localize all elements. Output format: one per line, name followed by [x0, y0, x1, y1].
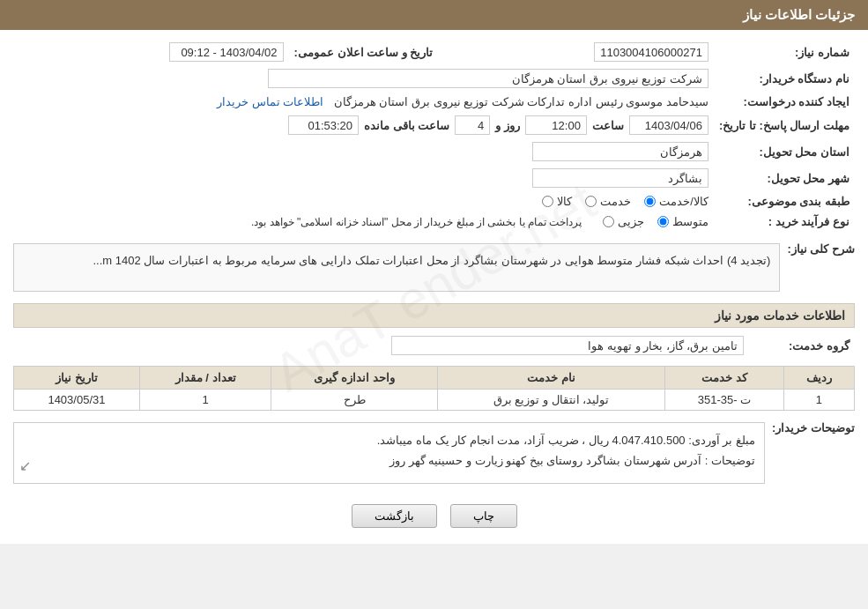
- announce-date-value: 1403/04/02 - 09:12: [13, 39, 289, 65]
- service-group-box: تامین برق، گاز، بخار و تهویه هوا: [391, 336, 744, 355]
- service-group-value: تامین برق، گاز، بخار و تهویه هوا: [13, 332, 749, 359]
- need-number-box: 1103004106000271: [594, 42, 708, 62]
- cell-row: 1: [783, 390, 854, 411]
- remaining-time-box: 01:53:20: [288, 115, 359, 135]
- city-box: بشاگرد: [532, 168, 708, 188]
- service-group-table: گروه خدمت: تامین برق، گاز، بخار و تهویه …: [13, 332, 855, 359]
- remaining-day-label: روز و: [495, 119, 520, 132]
- need-number-value: 1103004106000271: [438, 39, 714, 65]
- province-value: هرمزگان: [13, 138, 714, 165]
- category-radio-input-kala[interactable]: [542, 196, 553, 207]
- deadline-time-label: ساعت: [592, 119, 624, 132]
- buyer-notes-box: مبلغ بر آوردی: 4.047.410.500 ریال ، ضریب…: [13, 422, 765, 484]
- print-button[interactable]: چاپ: [450, 504, 517, 528]
- process-label-motavasset: متوسط: [672, 215, 708, 228]
- creator-name: سیدحامد موسوی رئیس اداره تدارکات شرکت تو…: [334, 95, 708, 108]
- city-label: شهر محل تحویل:: [714, 165, 855, 191]
- category-radio-khedmat[interactable]: خدمت: [585, 195, 631, 208]
- cell-date: 1403/05/31: [14, 390, 140, 411]
- category-label-kala-khedmat: کالا/خدمت: [659, 195, 708, 208]
- col-header-date: تاریخ نیاز: [14, 367, 140, 390]
- category-radio-kala[interactable]: کالا: [542, 195, 572, 208]
- col-header-qty: تعداد / مقدار: [139, 367, 271, 390]
- cell-unit: طرح: [271, 390, 437, 411]
- city-value: بشاگرد: [13, 165, 714, 191]
- deadline-date-box: 1403/04/06: [629, 115, 708, 135]
- process-radio-input-jozyi[interactable]: [603, 216, 614, 227]
- buttons-row: چاپ بازگشت: [13, 494, 855, 535]
- process-radio-input-motavasset[interactable]: [657, 216, 669, 227]
- page-wrapper: جزئیات اطلاعات نیاز AnaT ender.net شماره…: [0, 0, 868, 544]
- buyer-notes-row: توضیحات خریدار: مبلغ بر آوردی: 4.047.410…: [13, 418, 855, 488]
- cell-code: ت -35-351: [665, 390, 784, 411]
- remaining-days-box: 4: [455, 115, 490, 135]
- province-box: هرمزگان: [532, 142, 708, 161]
- cell-name: تولید، انتقال و توزیع برق: [437, 390, 664, 411]
- category-radio-kala-khedmat[interactable]: کالا/خدمت: [644, 195, 708, 208]
- creator-label: ایجاد کننده درخواست:: [714, 92, 855, 112]
- province-label: استان محل تحویل:: [714, 138, 855, 165]
- category-label-kala: کالا: [557, 195, 572, 208]
- page-title: جزئیات اطلاعات نیاز: [743, 7, 855, 22]
- buyer-name-label: نام دستگاه خریدار:: [714, 65, 855, 92]
- process-label: نوع فرآیند خرید :: [714, 212, 855, 232]
- announce-date-label: تاریخ و ساعت اعلان عمومی:: [289, 39, 439, 65]
- col-header-code: کد خدمت: [665, 367, 784, 390]
- col-header-row: ردیف: [783, 367, 854, 390]
- process-radio-jozyi[interactable]: جزیی: [603, 215, 644, 228]
- category-radio-input-khedmat[interactable]: [585, 196, 597, 207]
- page-header: جزئیات اطلاعات نیاز: [0, 0, 868, 30]
- need-summary-row: شرح کلی نیاز: (تجدید 4) احداث شبکه فشار …: [13, 239, 855, 296]
- deadline-time-box: 12:00: [525, 115, 587, 135]
- deadline-label: مهلت ارسال پاسخ: تا تاریخ:: [714, 112, 855, 138]
- contact-link[interactable]: اطلاعات تماس خریدار: [217, 95, 323, 108]
- need-summary-label: شرح کلی نیاز:: [787, 239, 855, 256]
- need-number-label: شماره نیاز:: [714, 39, 855, 65]
- creator-value: سیدحامد موسوی رئیس اداره تدارکات شرکت تو…: [13, 92, 714, 112]
- process-radio-motavasset[interactable]: متوسط: [657, 215, 708, 228]
- process-note: پرداخت تمام یا بخشی از مبلغ خریدار از مح…: [251, 216, 582, 228]
- category-label: طبقه بندی موضوعی:: [714, 191, 855, 212]
- deadline-row: 1403/04/06 ساعت 12:00 روز و 4 ساعت باقی …: [13, 112, 714, 138]
- buyer-notes-label: توضیحات خریدار:: [772, 418, 855, 434]
- need-summary-text: (تجدید 4) احداث شبکه فشار متوسط هوایی در…: [93, 254, 770, 267]
- service-group-label: گروه خدمت:: [749, 332, 855, 359]
- col-header-unit: واحد اندازه گیری: [271, 367, 437, 390]
- announce-date-box: 1403/04/02 - 09:12: [169, 42, 284, 62]
- process-value: متوسط جزیی پرداخت تمام یا بخشی از مبلغ خ…: [13, 212, 714, 232]
- remaining-time-label: ساعت باقی مانده: [364, 119, 449, 132]
- category-value: کالا/خدمت خدمت کالا: [13, 191, 714, 212]
- services-section-header: اطلاعات خدمات مورد نیاز: [13, 303, 855, 328]
- category-radio-input-kala-khedmat[interactable]: [644, 196, 656, 207]
- buyer-notes-text: مبلغ بر آوردی: 4.047.410.500 ریال ، ضریب…: [377, 434, 755, 467]
- col-header-name: نام خدمت: [437, 367, 664, 390]
- category-label-khedmat: خدمت: [600, 195, 631, 208]
- services-table: ردیف کد خدمت نام خدمت واحد اندازه گیری ت…: [13, 366, 855, 411]
- top-info-table: شماره نیاز: 1103004106000271 تاریخ و ساع…: [13, 39, 855, 232]
- table-row: 1 ت -35-351 تولید، انتقال و توزیع برق طر…: [14, 390, 855, 411]
- buyer-name-value: شرکت توزیع نیروی برق استان هرمزگان: [13, 65, 714, 92]
- content-area: AnaT ender.net شماره نیاز: 1103004106000…: [0, 30, 868, 544]
- need-summary-box: (تجدید 4) احداث شبکه فشار متوسط هوایی در…: [13, 243, 780, 292]
- cell-qty: 1: [139, 390, 271, 411]
- back-button[interactable]: بازگشت: [352, 504, 437, 528]
- buyer-name-box: شرکت توزیع نیروی برق استان هرمزگان: [268, 69, 708, 88]
- process-label-jozyi: جزیی: [618, 215, 644, 228]
